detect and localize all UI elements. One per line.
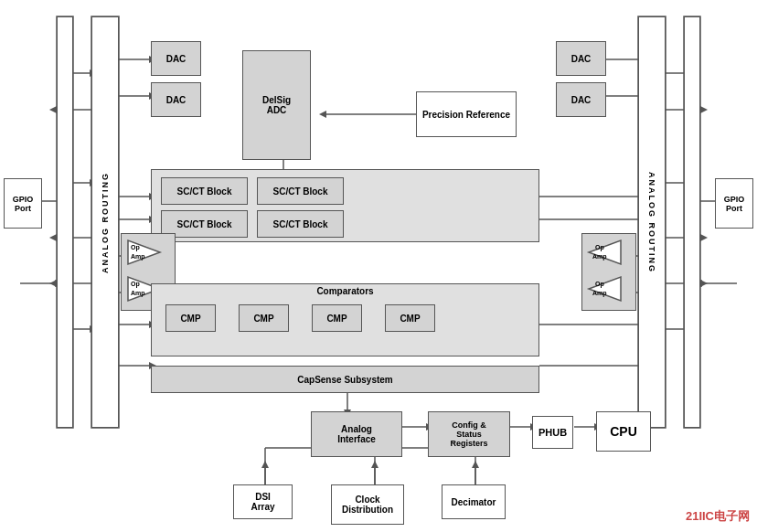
svg-marker-96 [589, 240, 621, 264]
dac4: DAC [556, 82, 606, 117]
right-outer-bar [684, 16, 700, 428]
gpio-left: GPIO Port [4, 178, 42, 229]
svg-text:Op: Op [131, 244, 140, 251]
cmp4: CMP [385, 304, 435, 332]
delsig-adc: DelSig ADC [242, 50, 311, 160]
svg-marker-72 [261, 461, 269, 468]
dac3: DAC [556, 41, 606, 76]
capsense-subsystem: CapSense Subsystem [151, 366, 539, 393]
comparators-group: Comparators CMP CMP CMP CMP [151, 283, 539, 356]
cmp3: CMP [312, 304, 362, 332]
svg-text:Amp: Amp [131, 253, 145, 261]
watermark: 21IIC电子网 [686, 508, 750, 525]
comparators-label: Comparators [152, 286, 538, 296]
sc-ct-2: SC/CT Block [257, 177, 344, 205]
dac2: DAC [151, 82, 201, 117]
svg-marker-76 [472, 461, 479, 468]
svg-marker-13 [49, 280, 57, 287]
gpio-right: GPIO Port [715, 178, 753, 229]
svg-marker-25 [700, 280, 708, 287]
precision-reference: Precision Reference [416, 91, 517, 137]
svg-text:Op: Op [595, 244, 604, 251]
sc-ct-group: SC/CT Block SC/CT Block SC/CT Block SC/C… [151, 169, 539, 242]
clock-distribution: Clock Distribution [331, 484, 404, 525]
svg-marker-11 [49, 234, 57, 241]
left-outer-bar [57, 16, 73, 428]
svg-marker-23 [700, 234, 708, 241]
dsi-array: DSI Array [233, 484, 293, 519]
config-status-registers: Config & Status Registers [428, 411, 510, 457]
cmp2: CMP [239, 304, 289, 332]
svg-text:Op: Op [131, 281, 140, 288]
svg-marker-99 [589, 277, 621, 301]
cmp1: CMP [165, 304, 216, 332]
right-analog-routing: ANALOG ROUTING [638, 16, 666, 428]
svg-marker-19 [700, 106, 708, 113]
analog-interface: Analog Interface [311, 411, 402, 457]
svg-text:Amp: Amp [131, 290, 145, 297]
svg-marker-41 [319, 111, 326, 118]
svg-text:Amp: Amp [592, 290, 607, 297]
left-analog-routing: ANALOG ROUTING [91, 16, 119, 428]
svg-text:Amp: Amp [592, 253, 607, 261]
dac1: DAC [151, 41, 201, 76]
sc-ct-4: SC/CT Block [257, 210, 344, 238]
diagram-container: ANALOG ROUTING ANALOG ROUTING GPIO Port … [0, 0, 757, 532]
svg-text:Op: Op [595, 281, 604, 288]
svg-marker-74 [371, 461, 378, 468]
phub: PHUB [532, 416, 573, 449]
decimator: Decimator [442, 484, 506, 519]
cpu: CPU [596, 411, 651, 452]
svg-marker-7 [49, 106, 57, 113]
sc-ct-1: SC/CT Block [161, 177, 248, 205]
opamp-right-group: Op Amp Op Amp [581, 233, 636, 311]
